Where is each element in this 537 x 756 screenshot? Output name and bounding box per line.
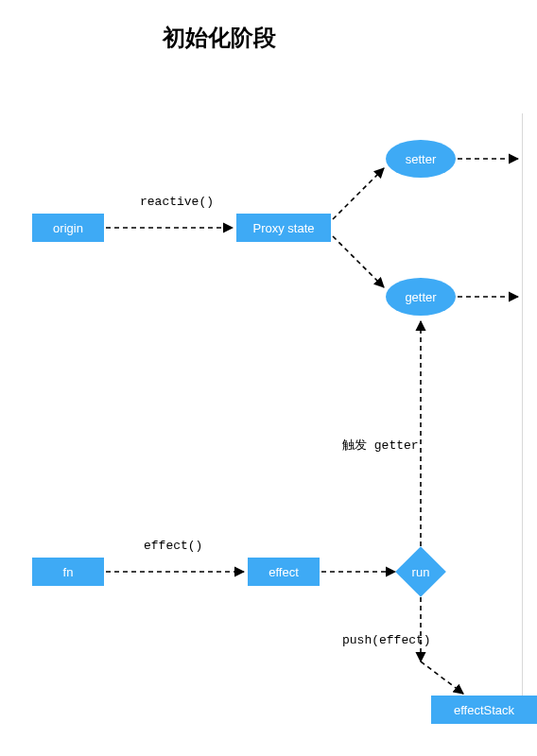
node-setter: setter — [386, 140, 456, 178]
node-label: effect — [268, 565, 299, 579]
node-effectstack: effectStack — [431, 696, 537, 724]
diagram-canvas: 初始化阶段 origin Proxy state setter getter f… — [0, 0, 537, 756]
edge-label-push-effect: push(effect) — [342, 633, 431, 647]
node-label: origin — [53, 221, 83, 235]
node-label: effectStack — [454, 703, 514, 717]
edge-label-trigger-getter: 触发 getter — [342, 437, 419, 454]
edge-proxy-getter — [333, 236, 384, 287]
edge-label-reactive: reactive() — [140, 195, 214, 209]
node-run: run — [395, 546, 446, 597]
edge-run-stack-d — [421, 662, 463, 694]
diagram-edges — [0, 0, 537, 756]
node-proxy-state: Proxy state — [236, 214, 331, 242]
node-label: run — [412, 565, 430, 579]
node-effect: effect — [248, 558, 320, 586]
node-fn: fn — [32, 558, 104, 586]
edge-label-effect: effect() — [144, 539, 202, 553]
node-label: getter — [405, 290, 436, 304]
node-getter: getter — [386, 278, 456, 316]
node-label: setter — [406, 152, 437, 166]
diagram-title: 初始化阶段 — [163, 23, 276, 53]
edge-proxy-setter — [333, 168, 384, 219]
node-label: fn — [63, 565, 74, 579]
node-label: Proxy state — [252, 221, 314, 235]
node-origin: origin — [32, 214, 104, 242]
column-separator — [522, 113, 523, 696]
